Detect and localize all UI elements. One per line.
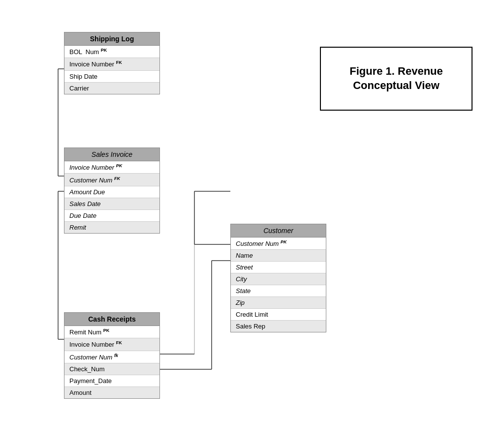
shipping-log-ship-date: Ship Date (64, 71, 159, 83)
customer-credit-limit: Credit Limit (231, 309, 326, 321)
customer-street: Street (231, 262, 326, 273)
customer-header: Customer (231, 224, 326, 238)
cash-receipts-payment-date: Payment_Date (64, 375, 159, 387)
customer-state: State (231, 285, 326, 297)
customer-zip: Zip (231, 297, 326, 309)
sales-invoice-amount-due: Amount Due (64, 186, 159, 198)
sales-invoice-header: Sales Invoice (64, 148, 159, 161)
customer-customer-num: Customer Num PK (231, 238, 326, 250)
sales-invoice-invoice-number: Invoice Number PK (64, 161, 159, 174)
sales-invoice-remit: Remit (64, 222, 159, 233)
sales-invoice-entity: Sales Invoice Invoice Number PK Customer… (64, 148, 160, 234)
shipping-log-invoice-number: Invoice Number FK (64, 58, 159, 70)
shipping-log-bol-num: BOL Num PK (64, 46, 159, 58)
sales-invoice-customer-num: Customer Num FK (64, 174, 159, 186)
shipping-log-header: Shipping Log (64, 32, 159, 46)
customer-sales-rep: Sales Rep (231, 321, 326, 332)
cash-receipts-customer-num: Customer Num fk (64, 351, 159, 363)
figure-title: Figure 1. Revenue Conceptual View (349, 64, 443, 92)
shipping-log-entity: Shipping Log BOL Num PK Invoice Number F… (64, 32, 160, 94)
sales-invoice-sales-date: Sales Date (64, 198, 159, 210)
cash-receipts-header: Cash Receipts (64, 313, 159, 326)
cash-receipts-amount: Amount (64, 387, 159, 398)
customer-name: Name (231, 250, 326, 262)
figure-caption-box: Figure 1. Revenue Conceptual View (320, 47, 472, 111)
cash-receipts-invoice-number: Invoice Number FK (64, 338, 159, 351)
sales-invoice-due-date: Due Date (64, 210, 159, 222)
cash-receipts-remit-num: Remit Num PK (64, 326, 159, 338)
customer-city: City (231, 273, 326, 285)
cash-receipts-entity: Cash Receipts Remit Num PK Invoice Numbe… (64, 312, 160, 399)
shipping-log-carrier: Carrier (64, 83, 159, 94)
customer-entity: Customer Customer Num PK Name Street Cit… (230, 224, 326, 332)
cash-receipts-check-num: Check_Num (64, 363, 159, 375)
